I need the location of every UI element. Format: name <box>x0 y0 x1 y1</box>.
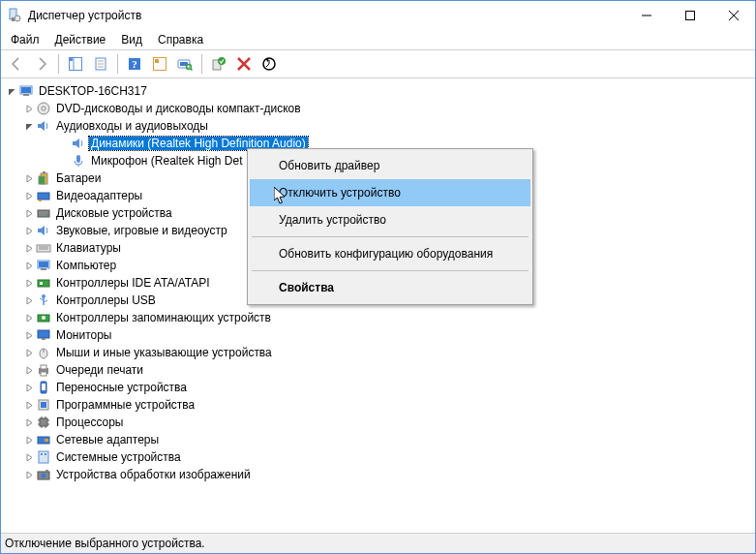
svg-rect-55 <box>38 330 49 338</box>
storage-controller-icon <box>36 310 51 325</box>
window-title: Диспетчер устройств <box>28 9 624 22</box>
chevron-right-icon[interactable] <box>22 241 36 255</box>
microphone-icon <box>71 153 86 169</box>
keyboard-icon <box>36 240 51 256</box>
tree-node-processors[interactable]: Процессоры <box>22 414 755 431</box>
node-label: Клавиатуры <box>54 241 123 255</box>
tree-node-print-queues[interactable]: Очереди печати <box>22 361 755 379</box>
svg-rect-79 <box>45 453 46 455</box>
chevron-right-icon[interactable] <box>22 189 36 202</box>
tree-area[interactable]: DESKTOP-16CH317 DVD-дисководы и дисковод… <box>1 78 755 533</box>
tree-node-system-devices[interactable]: Системные устройства <box>22 448 755 466</box>
svg-rect-4 <box>685 12 694 20</box>
forward-button[interactable] <box>30 52 53 76</box>
update-button[interactable] <box>257 52 281 76</box>
tree-node-audio[interactable]: Аудиовходы и аудиовыходы <box>22 117 755 135</box>
chevron-right-icon[interactable] <box>22 171 36 185</box>
speaker-icon <box>36 118 51 134</box>
node-label: DVD-дисководы и дисководы компакт-дисков <box>54 102 303 115</box>
menu-view[interactable]: Вид <box>113 31 150 48</box>
chevron-right-icon[interactable] <box>22 433 36 446</box>
chevron-right-icon[interactable] <box>22 450 36 464</box>
tree-node-software-devices[interactable]: Программные устройства <box>22 396 755 414</box>
node-label: Сетевые адаптеры <box>54 433 161 446</box>
tree-root[interactable]: DESKTOP-16CH317 <box>5 82 755 100</box>
svg-rect-65 <box>41 402 46 408</box>
tree-node-portable[interactable]: Переносные устройства <box>22 379 755 396</box>
chevron-right-icon[interactable] <box>22 416 36 429</box>
properties-button[interactable] <box>89 52 112 76</box>
back-button[interactable] <box>5 52 28 76</box>
context-scan-hardware[interactable]: Обновить конфигурацию оборудования <box>250 240 530 267</box>
svg-rect-17 <box>155 59 159 63</box>
context-properties[interactable]: Свойства <box>250 274 530 301</box>
menu-help[interactable]: Справка <box>150 31 211 48</box>
scan-button[interactable] <box>173 52 197 76</box>
svg-rect-37 <box>38 193 49 200</box>
tree-node-dvd[interactable]: DVD-дисководы и дисководы компакт-дисков <box>22 100 755 117</box>
chevron-down-icon[interactable] <box>5 84 18 98</box>
portable-device-icon <box>36 380 51 395</box>
svg-rect-28 <box>21 87 31 93</box>
node-label: Процессоры <box>54 416 126 429</box>
statusbar: Отключение выбранного устройства. <box>1 533 755 553</box>
chevron-right-icon[interactable] <box>22 398 36 412</box>
chevron-right-icon[interactable] <box>22 293 36 307</box>
node-label: Контроллеры USB <box>54 293 158 307</box>
chevron-right-icon[interactable] <box>22 311 36 324</box>
chevron-right-icon[interactable] <box>22 328 36 342</box>
node-label: Системные устройства <box>54 450 183 464</box>
tree-node-mice[interactable]: Мыши и иные указывающие устройства <box>22 344 755 361</box>
menu-file[interactable]: Файл <box>3 31 47 48</box>
node-label: Контроллеры IDE ATA/ATAPI <box>54 276 212 290</box>
svg-point-40 <box>46 214 48 216</box>
controller-icon <box>36 275 51 291</box>
help-button[interactable]: ? <box>123 52 146 76</box>
chevron-right-icon[interactable] <box>22 381 36 394</box>
context-disable-device[interactable]: Отключить устройство <box>250 179 530 206</box>
svg-rect-56 <box>42 338 45 340</box>
action-button[interactable] <box>148 52 171 76</box>
chevron-right-icon[interactable] <box>22 276 36 290</box>
maximize-button[interactable] <box>668 2 711 30</box>
monitor-icon <box>36 327 51 343</box>
svg-point-81 <box>42 474 46 478</box>
software-device-icon <box>36 397 51 413</box>
menu-action[interactable]: Действие <box>47 31 114 48</box>
tree-node-storage-controllers[interactable]: Контроллеры запоминающих устройств <box>22 309 755 326</box>
minimize-button[interactable] <box>624 2 668 30</box>
show-hide-tree-button[interactable] <box>64 52 87 76</box>
enable-button[interactable] <box>207 52 230 76</box>
svg-rect-78 <box>41 453 43 455</box>
tree-node-network-adapters[interactable]: Сетевые адаптеры <box>22 431 755 448</box>
system-device-icon <box>36 449 51 465</box>
close-button[interactable] <box>711 2 755 30</box>
node-label: Очереди печати <box>54 363 145 377</box>
chevron-down-icon[interactable] <box>22 119 36 133</box>
chevron-right-icon[interactable] <box>22 259 36 272</box>
chevron-right-icon[interactable] <box>22 206 36 220</box>
node-label: Дисковые устройства <box>54 206 174 220</box>
chevron-right-icon[interactable] <box>22 224 36 237</box>
chevron-right-icon[interactable] <box>22 102 36 115</box>
context-menu: Обновить драйвер Отключить устройство Уд… <box>247 148 533 305</box>
node-label: Компьютер <box>54 259 118 272</box>
uninstall-button[interactable] <box>232 52 256 76</box>
tree-node-monitors[interactable]: Мониторы <box>22 326 755 344</box>
tree-node-imaging[interactable]: Устройства обработки изображений <box>22 466 755 483</box>
svg-rect-63 <box>42 384 45 390</box>
context-uninstall-device[interactable]: Удалить устройство <box>250 206 530 233</box>
svg-rect-35 <box>43 171 45 173</box>
node-label: Батареи <box>54 171 103 185</box>
chevron-right-icon[interactable] <box>22 468 36 481</box>
svg-text:?: ? <box>132 58 137 70</box>
node-label: Мониторы <box>54 328 113 342</box>
chevron-right-icon[interactable] <box>22 346 36 359</box>
display-adapter-icon <box>36 188 51 203</box>
toolbar: ? <box>1 50 755 78</box>
svg-rect-66 <box>40 418 47 426</box>
svg-rect-45 <box>39 262 48 267</box>
chevron-right-icon[interactable] <box>22 363 36 377</box>
context-update-driver[interactable]: Обновить драйвер <box>250 152 530 179</box>
usb-icon <box>36 292 51 308</box>
